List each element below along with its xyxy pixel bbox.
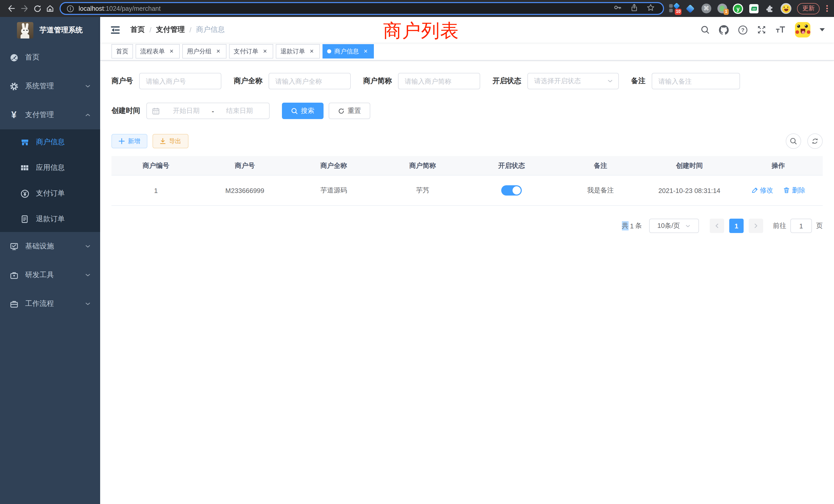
- sidebar-collapse-icon[interactable]: [105, 25, 125, 35]
- sidebar-item-workflow[interactable]: 工作流程: [0, 290, 100, 318]
- storefront-icon: [20, 138, 29, 146]
- password-key-icon[interactable]: [613, 3, 622, 14]
- app-logo[interactable]: 芋道管理系统: [0, 17, 100, 43]
- prev-page-button[interactable]: [710, 219, 724, 233]
- sidebar-item-dev-tools[interactable]: 研发工具: [0, 261, 100, 290]
- breadcrumb-payment[interactable]: 支付管理: [156, 25, 185, 35]
- delete-link[interactable]: 删除: [784, 186, 806, 195]
- extensions-puzzle-icon[interactable]: [765, 3, 775, 14]
- tab-process-form[interactable]: 流程表单 ×: [136, 44, 180, 59]
- screen: localhost:1024/pay/merchant 10: [0, 0, 834, 504]
- edit-link[interactable]: 修改: [751, 186, 773, 195]
- tab-refund-order[interactable]: 退款订单 ×: [276, 44, 320, 59]
- next-page-button[interactable]: [749, 219, 763, 233]
- sidebar-item-refund-order[interactable]: 退款订单: [0, 206, 100, 232]
- share-icon[interactable]: [630, 3, 638, 14]
- chevron-down-icon: [85, 243, 91, 249]
- pagination: 共1条 10条/页 1 前往: [111, 219, 823, 233]
- fullscreen-icon[interactable]: [757, 25, 766, 35]
- refresh-icon: [338, 108, 345, 114]
- avatar-dropdown-caret[interactable]: [820, 28, 825, 31]
- browser-extensions-area: 10 ⌘ 1 y 更新: [669, 3, 829, 14]
- cell-merchant-no: M233666999: [200, 175, 289, 206]
- status-toggle[interactable]: [501, 185, 522, 196]
- cell-remark: 我是备注: [556, 175, 645, 206]
- tab-pay-order[interactable]: 支付订单 ×: [229, 44, 273, 59]
- col-merchant-id: 商户编号: [111, 156, 200, 175]
- jump-prefix: 前往: [773, 221, 786, 230]
- page-info-icon[interactable]: [67, 5, 74, 12]
- sidebar-item-home[interactable]: 首页: [0, 43, 100, 72]
- create-time-range-picker[interactable]: 开始日期 - 结束日期: [146, 102, 270, 119]
- browser-forward-button[interactable]: [18, 2, 31, 15]
- jump-page-input[interactable]: [790, 219, 812, 233]
- col-full-name: 商户全称: [289, 156, 378, 175]
- close-icon[interactable]: ×: [362, 48, 369, 55]
- extension-tiles-icon[interactable]: 10: [669, 3, 679, 14]
- reset-button[interactable]: 重置: [329, 102, 370, 119]
- download-icon: [160, 138, 166, 144]
- close-icon[interactable]: ×: [261, 48, 269, 55]
- add-button[interactable]: 新增: [111, 134, 147, 148]
- browser-menu-icon[interactable]: [825, 5, 829, 12]
- sidebar-item-merchant-info[interactable]: 商户信息: [0, 129, 100, 155]
- github-icon[interactable]: [719, 25, 729, 35]
- yen-circle-icon: [20, 189, 29, 198]
- merchant-short-label: 商户简称: [363, 76, 392, 86]
- merchant-name-input[interactable]: [269, 73, 351, 89]
- browser-home-button[interactable]: [44, 2, 57, 15]
- tabs-bar: 首页 流程表单 × 用户分组 × 支付订单 × 退款订单 ×: [100, 43, 834, 61]
- page-1-button[interactable]: 1: [729, 219, 744, 233]
- breadcrumb-current: 商户信息: [196, 25, 225, 35]
- refresh-table-button[interactable]: [807, 134, 823, 149]
- close-icon[interactable]: ×: [215, 48, 222, 55]
- search-button[interactable]: 搜索: [282, 102, 324, 119]
- merchant-no-input[interactable]: [139, 73, 221, 89]
- annotation-merchant-list: 商户列表: [383, 19, 459, 44]
- help-icon[interactable]: ?: [738, 25, 748, 35]
- status-select[interactable]: 请选择开启状态: [527, 73, 619, 89]
- user-avatar[interactable]: [795, 22, 810, 38]
- close-icon[interactable]: ×: [308, 48, 315, 55]
- address-bar[interactable]: localhost:1024/pay/merchant: [60, 2, 664, 15]
- edit-pen-icon: [751, 187, 758, 194]
- browser-update-button[interactable]: 更新: [797, 3, 820, 14]
- grid-icon: [20, 164, 29, 172]
- toggle-search-button[interactable]: [786, 134, 801, 149]
- refresh-icon: [811, 138, 818, 145]
- header-search-icon[interactable]: [701, 25, 710, 35]
- merchant-short-input[interactable]: [398, 73, 480, 89]
- search-icon: [291, 108, 298, 114]
- chevron-up-icon: [85, 112, 91, 118]
- breadcrumb-home[interactable]: 首页: [130, 25, 145, 35]
- browser-profile-avatar[interactable]: [781, 3, 791, 14]
- sidebar-item-system[interactable]: 系统管理: [0, 72, 100, 100]
- sidebar-item-infrastructure[interactable]: 基础设施: [0, 232, 100, 261]
- extension-chat-icon[interactable]: [749, 3, 759, 14]
- url-path: :1024/pay/merchant: [104, 5, 161, 12]
- sidebar-item-payment[interactable]: ¥ 支付管理: [0, 100, 100, 129]
- tab-merchant-info[interactable]: 商户信息 ×: [323, 44, 374, 59]
- merchant-table: 商户编号 商户号 商户全称 商户简称 开启状态 备注 创建时间 操作 1: [111, 156, 823, 206]
- sidebar-item-app-info[interactable]: 应用信息: [0, 155, 100, 181]
- trash-icon: [784, 187, 790, 194]
- tab-home[interactable]: 首页: [111, 44, 133, 59]
- export-button[interactable]: 导出: [153, 134, 189, 148]
- remark-input[interactable]: [652, 73, 740, 89]
- bookmark-star-icon[interactable]: [646, 3, 655, 14]
- tab-user-group[interactable]: 用户分组 ×: [182, 44, 226, 59]
- browser-back-button[interactable]: [5, 2, 18, 15]
- font-size-icon[interactable]: [775, 25, 786, 35]
- browser-reload-button[interactable]: [31, 2, 44, 15]
- page-size-select[interactable]: 10条/页: [649, 219, 699, 233]
- sidebar-item-pay-order[interactable]: 支付订单: [0, 181, 100, 206]
- extension-command-icon[interactable]: ⌘: [701, 3, 711, 14]
- extension-diamond-icon[interactable]: [685, 3, 695, 14]
- close-icon[interactable]: ×: [168, 48, 175, 55]
- table-header-row: 商户编号 商户号 商户全称 商户简称 开启状态 备注 创建时间 操作: [111, 156, 823, 175]
- extension-camera-icon[interactable]: 1: [717, 3, 727, 14]
- extension-badge: 10: [675, 8, 682, 15]
- cell-merchant-id: 1: [111, 175, 200, 206]
- extension-yudao-icon[interactable]: y: [733, 3, 743, 14]
- status-label: 开启状态: [492, 76, 521, 86]
